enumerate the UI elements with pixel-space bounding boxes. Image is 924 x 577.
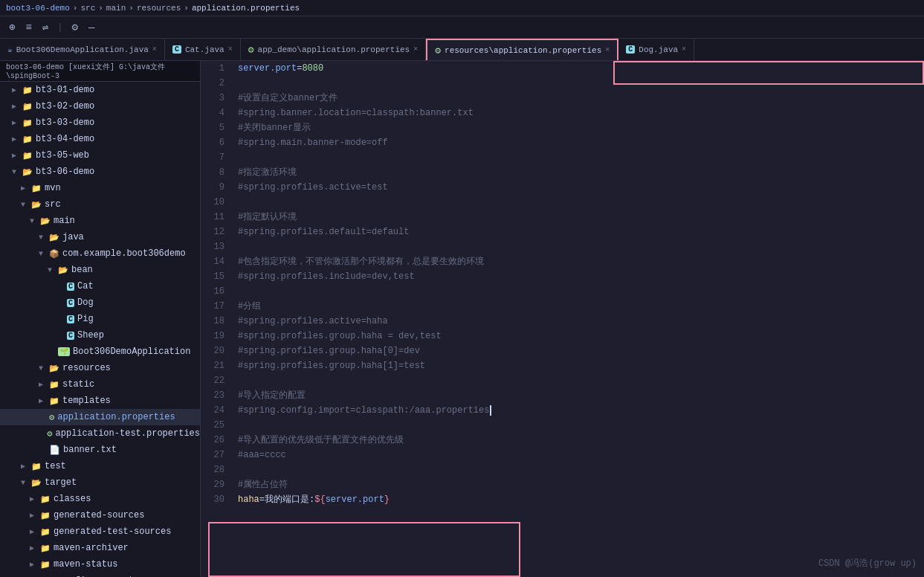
ln-15: 15 bbox=[201, 269, 224, 284]
toolbar-icon-settings[interactable]: ⚙ bbox=[68, 19, 80, 35]
sidebar-item-label: Sheep bbox=[77, 330, 104, 341]
ln-4: 4 bbox=[201, 106, 224, 120]
sidebar-item-bt304[interactable]: ▶ 📁 bt3-04-demo bbox=[0, 131, 200, 147]
ln-16: 16 bbox=[201, 284, 224, 299]
toolbar-icon-add[interactable]: ⊕ bbox=[6, 19, 18, 35]
sidebar-item-label: bt3-06-demo bbox=[36, 167, 94, 177]
folder-icon: 📁 bbox=[40, 527, 51, 537]
sidebar-item-label: static bbox=[62, 379, 94, 390]
sidebar-item-java[interactable]: ▼ 📂 java bbox=[0, 229, 200, 245]
sidebar-item-src[interactable]: ▼ 📂 src bbox=[0, 196, 200, 213]
tab-close-dog[interactable]: × bbox=[682, 45, 686, 54]
sidebar-item-label: test bbox=[45, 461, 66, 471]
sidebar-item-cat[interactable]: C Cat bbox=[0, 278, 200, 294]
sidebar-item-bean[interactable]: ▼ 📂 bean bbox=[0, 262, 200, 278]
txt-icon: 📄 bbox=[49, 445, 60, 456]
tab-cat[interactable]: C Cat.java × bbox=[165, 39, 241, 60]
ln-22: 22 bbox=[201, 373, 224, 388]
tab-icon-resources: ⚙ bbox=[435, 45, 441, 57]
sidebar-item-label: bt3-04-demo bbox=[36, 134, 94, 144]
sidebar-item-resources[interactable]: ▼ 📂 resources bbox=[0, 360, 200, 376]
sidebar-item-sheep[interactable]: C Sheep bbox=[0, 327, 200, 344]
code-line-26: #导入配置的优先级低于配置文件的优先级 bbox=[238, 433, 924, 448]
chevron-icon: ▶ bbox=[30, 544, 37, 552]
sidebar-item-dog[interactable]: C Dog bbox=[0, 294, 200, 311]
chevron-icon: ▶ bbox=[30, 527, 37, 536]
chevron-icon: ▶ bbox=[30, 511, 37, 520]
code-line-12: #spring.profiles.default=default bbox=[238, 225, 924, 239]
sidebar-item-test[interactable]: ▶ 📁 test bbox=[0, 458, 200, 474]
folder-open-icon: 📂 bbox=[49, 364, 59, 373]
sidebar-item-bt306[interactable]: ▼ 📂 bt3-06-demo bbox=[0, 164, 200, 180]
sidebar-item-main[interactable]: ▼ 📂 main bbox=[0, 213, 200, 229]
folder-icon: 📁 bbox=[40, 544, 51, 553]
sidebar-item-label: target bbox=[45, 477, 77, 488]
sidebar-item-static[interactable]: ▶ 📁 static bbox=[0, 376, 200, 393]
toolbar-icon-minimize[interactable]: — bbox=[85, 20, 97, 35]
breadcrumb-project[interactable]: boot3-06-demo bbox=[6, 4, 70, 13]
tab-appdemo[interactable]: ⚙ app_demo\application.properties × bbox=[241, 39, 426, 60]
sidebar-item-label: Boot306DemoApplication bbox=[73, 346, 190, 357]
tab-boot[interactable]: ☕ Boot306DemoApplication.java × bbox=[0, 39, 165, 60]
tab-close-resources[interactable]: × bbox=[605, 46, 610, 54]
breadcrumb-src[interactable]: src bbox=[80, 4, 95, 13]
code-placeholder-var: server.port bbox=[326, 492, 384, 507]
code-lines: server.port=8080 #设置自定义banner文件 #spring.… bbox=[230, 61, 924, 577]
code-line-27: #aaa=cccc bbox=[238, 448, 924, 462]
chevron-icon bbox=[56, 283, 64, 291]
tab-close-appdemo[interactable]: × bbox=[413, 45, 418, 54]
sidebar-item-bt302[interactable]: ▶ 📁 bt3-02-demo bbox=[0, 98, 200, 115]
tab-dog[interactable]: C Dog.java × bbox=[618, 39, 694, 60]
code-comment: #导入指定的配置 bbox=[238, 388, 306, 403]
sidebar-item-apptestprops[interactable]: ⚙ application-test.properties bbox=[0, 425, 200, 442]
sidebar-item-bannertxt[interactable]: 📄 banner.txt bbox=[0, 442, 200, 458]
chevron-icon bbox=[56, 299, 64, 307]
chevron-icon: ▶ bbox=[21, 462, 28, 471]
code-line-4: #spring.banner.location=classpath:banner… bbox=[238, 106, 924, 120]
sidebar-item-templates[interactable]: ▶ 📁 templates bbox=[0, 393, 200, 409]
folder-icon: 📁 bbox=[22, 86, 33, 95]
tab-resources[interactable]: ⚙ resources\application.properties × bbox=[426, 39, 618, 60]
sidebar-item-mvn[interactable]: ▶ 📁 mvn bbox=[0, 180, 200, 196]
sidebar-item-classes[interactable]: ▶ 📁 classes bbox=[0, 491, 200, 507]
sidebar-item-pig[interactable]: C Pig bbox=[0, 311, 200, 327]
sidebar-item-bootmain[interactable]: 🌱 Boot306DemoApplication bbox=[0, 344, 200, 360]
sidebar-item-target[interactable]: ▼ 📂 target bbox=[0, 474, 200, 491]
code-equals: = bbox=[297, 61, 302, 76]
tab-label-cat: Cat.java bbox=[185, 45, 224, 54]
sidebar-item-gensrc[interactable]: ▶ 📁 generated-sources bbox=[0, 507, 200, 523]
sidebar-item-gentestsrc[interactable]: ▶ 📁 generated-test-sources bbox=[0, 523, 200, 540]
sidebar-item-label: mvn bbox=[45, 183, 61, 193]
sidebar-item-bt305[interactable]: ▶ 📁 bt3-05-web bbox=[0, 147, 200, 164]
code-comment: #spring.config.import=classpath:/aaa.pro… bbox=[238, 403, 489, 418]
sidebar-item-bt303[interactable]: ▶ 📁 bt3-03-demo bbox=[0, 115, 200, 131]
code-equals: = bbox=[259, 492, 265, 507]
editor-area[interactable]: 1 2 3 4 5 6 7 8 9 10 11 12 13 14 15 16 1… bbox=[201, 61, 924, 577]
ln-10: 10 bbox=[201, 195, 224, 210]
code-line-25 bbox=[238, 418, 924, 433]
sidebar-item-label: application-test.properties bbox=[56, 428, 200, 439]
sidebar-item-mavstatus[interactable]: ▶ 📁 maven-status bbox=[0, 556, 200, 573]
toolbar-icon-list[interactable]: ≡ bbox=[22, 20, 34, 35]
code-line-11: #指定默认环境 bbox=[238, 210, 924, 225]
breadcrumb-resources[interactable]: resources bbox=[137, 4, 181, 13]
tab-close-cat[interactable]: × bbox=[228, 45, 233, 54]
ln-14: 14 bbox=[201, 254, 224, 269]
code-comment: #spring.profiles.default=default bbox=[238, 225, 409, 239]
sidebar-header: boot3-06-demo [xuexi文件] G:\java文件\spingB… bbox=[0, 61, 200, 82]
sidebar-item-bt301[interactable]: ▶ 📁 bt3-01-demo bbox=[0, 82, 200, 98]
code-comment: #spring.main.banner-mode=off bbox=[238, 135, 388, 150]
breadcrumb-main[interactable]: main bbox=[106, 4, 126, 13]
breadcrumb-file[interactable]: application.properties bbox=[192, 4, 300, 13]
sidebar-item-label: bean bbox=[71, 265, 93, 275]
sidebar-item-mavarch[interactable]: ▶ 📁 maven-archiver bbox=[0, 540, 200, 556]
chevron-icon: ▶ bbox=[30, 560, 37, 569]
sidebar-item-appprops[interactable]: ⚙ application.properties bbox=[0, 409, 200, 425]
folder-icon: 📁 bbox=[49, 396, 59, 406]
ln-19: 19 bbox=[201, 329, 224, 344]
toolbar-icon-sync[interactable]: ⇌ bbox=[39, 19, 51, 35]
sidebar-item-surfire[interactable]: ▶ 📁 surefire-reports bbox=[0, 573, 200, 577]
tab-icon-cat: C bbox=[172, 45, 181, 54]
sidebar-item-pkg[interactable]: ▼ 📦 com.example.boot306demo bbox=[0, 245, 200, 262]
tab-close-boot[interactable]: × bbox=[152, 45, 157, 54]
